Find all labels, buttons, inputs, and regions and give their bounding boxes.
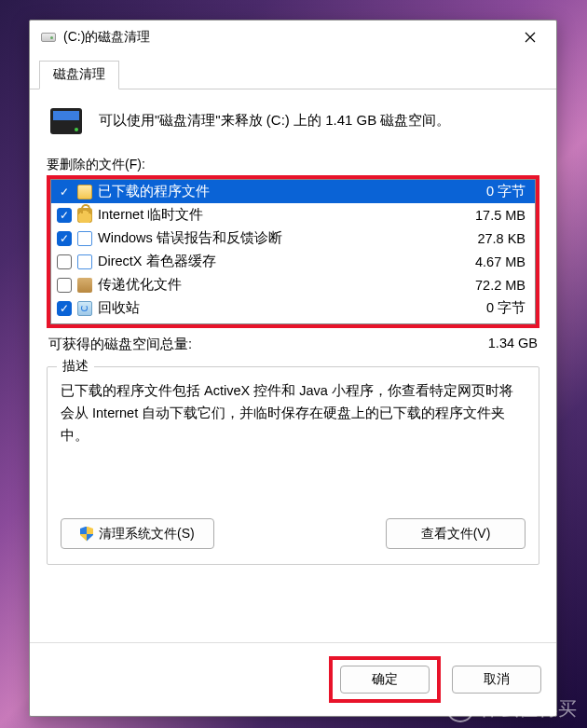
tab-bar: 磁盘清理	[30, 54, 556, 89]
file-row[interactable]: ✓回收站0 字节	[51, 296, 535, 320]
file-checkbox[interactable]: ✓	[57, 208, 72, 223]
view-files-label: 查看文件(V)	[421, 526, 491, 543]
window-title: (C:)的磁盘清理	[63, 29, 512, 46]
lock-icon	[77, 208, 92, 223]
clean-system-files-button[interactable]: 清理系统文件(S)	[61, 518, 214, 549]
watermark-text: 什么值得买	[480, 696, 578, 721]
file-row-label: 已下载的程序文件	[98, 183, 481, 200]
clean-system-files-label: 清理系统文件(S)	[99, 526, 195, 543]
close-button[interactable]	[512, 23, 549, 51]
titlebar: (C:)的磁盘清理	[30, 21, 556, 54]
summary-row: 可以使用"磁盘清理"来释放 (C:) 上的 1.41 GB 磁盘空间。	[47, 103, 539, 136]
cancel-button[interactable]: 取消	[452, 666, 541, 694]
disk-cleanup-dialog: (C:)的磁盘清理 磁盘清理 可以使用"磁盘清理"来释放 (C:) 上的 1.4…	[29, 20, 557, 717]
file-row[interactable]: ✓Windows 错误报告和反馈诊断27.8 KB	[51, 227, 535, 250]
ok-button[interactable]: 确定	[340, 666, 430, 694]
box-icon	[77, 278, 92, 293]
folder-icon	[77, 185, 92, 199]
doc-icon	[77, 254, 92, 269]
file-row-label: Windows 错误报告和反馈诊断	[98, 229, 471, 247]
total-value: 1.34 GB	[488, 336, 538, 353]
file-checkbox[interactable]	[57, 278, 72, 293]
doc-icon	[77, 231, 92, 246]
file-checkbox[interactable]	[57, 254, 72, 269]
file-row-label: DirectX 着色器缓存	[98, 253, 470, 270]
watermark-badge-icon: 值	[446, 694, 474, 722]
total-label: 可获得的磁盘空间总量:	[48, 336, 192, 353]
file-row-size: 72.2 MB	[475, 278, 529, 293]
watermark: 值 什么值得买	[446, 694, 578, 722]
ok-button-label: 确定	[372, 671, 398, 688]
close-icon	[525, 32, 536, 43]
file-row-label: 传递优化文件	[98, 276, 470, 294]
file-row[interactable]: ✓Internet 临时文件17.5 MB	[51, 203, 535, 227]
file-row-label: 回收站	[98, 299, 481, 317]
drive-large-icon	[50, 108, 82, 134]
file-row-size: 17.5 MB	[475, 208, 529, 223]
file-row[interactable]: DirectX 着色器缓存4.67 MB	[51, 250, 535, 273]
file-checkbox[interactable]: ✓	[57, 301, 72, 316]
summary-text: 可以使用"磁盘清理"来释放 (C:) 上的 1.41 GB 磁盘空间。	[99, 104, 450, 131]
description-group-label: 描述	[57, 358, 94, 375]
view-files-button[interactable]: 查看文件(V)	[386, 518, 526, 549]
file-row[interactable]: ✓已下载的程序文件0 字节	[51, 180, 535, 203]
description-group: 描述 已下载的程序文件包括 ActiveX 控件和 Java 小程序，你查看特定…	[47, 366, 539, 565]
file-row-size: 4.67 MB	[475, 254, 529, 269]
cancel-button-label: 取消	[484, 671, 510, 688]
shield-icon	[80, 527, 93, 542]
files-to-delete-label: 要删除的文件(F):	[47, 157, 539, 173]
file-row-size: 0 字节	[486, 183, 529, 200]
file-checkbox[interactable]: ✓	[57, 231, 72, 246]
files-listbox[interactable]: ✓已下载的程序文件0 字节✓Internet 临时文件17.5 MB✓Windo…	[50, 179, 536, 324]
file-checkbox[interactable]: ✓	[57, 185, 72, 199]
file-row-size: 0 字节	[486, 299, 529, 317]
file-row-size: 27.8 KB	[477, 231, 529, 246]
group-button-row: 清理系统文件(S) 查看文件(V)	[61, 518, 526, 549]
tab-disk-cleanup[interactable]: 磁盘清理	[39, 61, 119, 89]
annotation-highlight-list: ✓已下载的程序文件0 字节✓Internet 临时文件17.5 MB✓Windo…	[47, 175, 539, 328]
annotation-highlight-ok: 确定	[329, 656, 441, 703]
bin-icon	[77, 301, 92, 316]
description-text: 已下载的程序文件包括 ActiveX 控件和 Java 小程序，你查看特定网页时…	[61, 380, 526, 511]
file-row[interactable]: 传递优化文件72.2 MB	[51, 273, 535, 296]
file-row-label: Internet 临时文件	[98, 206, 470, 224]
dialog-content: 可以使用"磁盘清理"来释放 (C:) 上的 1.41 GB 磁盘空间。 要删除的…	[30, 89, 556, 642]
total-row: 可获得的磁盘空间总量: 1.34 GB	[48, 336, 538, 353]
drive-icon	[41, 33, 56, 42]
